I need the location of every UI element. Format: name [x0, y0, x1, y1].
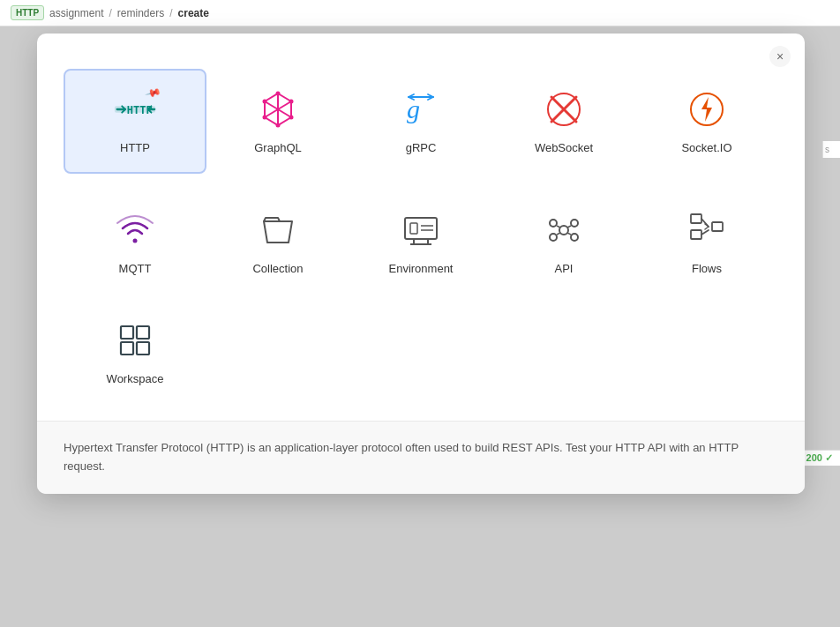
websocket-icon-wrap — [543, 88, 585, 131]
mqtt-label: MQTT — [119, 262, 152, 275]
flows-label: Flows — [692, 262, 722, 275]
svg-point-9 — [289, 100, 294, 104]
svg-rect-37 — [691, 230, 701, 239]
breadcrumb-sep2: / — [169, 7, 172, 19]
svg-rect-41 — [121, 326, 133, 339]
svg-point-29 — [571, 220, 578, 227]
environment-icon — [401, 211, 440, 250]
svg-point-12 — [263, 116, 267, 120]
svg-point-13 — [263, 100, 267, 104]
breadcrumb-sep1: / — [109, 7, 111, 19]
flows-icon-wrap — [686, 209, 728, 251]
grpc-icon: g — [401, 90, 440, 129]
option-flows[interactable]: Flows — [635, 191, 778, 293]
websocket-label: WebSocket — [535, 141, 593, 154]
svg-point-19 — [133, 239, 138, 243]
modal-close-button[interactable]: × — [769, 46, 791, 67]
collection-label: Collection — [252, 262, 303, 275]
create-modal: × 📌 HTTP HTTP — [37, 34, 805, 494]
top-bar: HTTP assignment / reminders / create — [0, 0, 840, 26]
breadcrumb-path2: reminders — [117, 7, 164, 19]
workspace-label: Workspace — [107, 372, 164, 385]
options-row3: Workspace — [37, 302, 805, 421]
api-icon-wrap — [543, 209, 585, 251]
graphql-icon-wrap — [257, 88, 299, 131]
svg-line-33 — [567, 226, 571, 228]
graphql-icon — [259, 90, 297, 129]
svg-point-8 — [276, 92, 281, 96]
svg-rect-36 — [691, 214, 701, 223]
websocket-icon — [544, 90, 583, 129]
collection-icon — [259, 211, 297, 250]
environment-label: Environment — [389, 262, 454, 275]
svg-rect-42 — [137, 326, 149, 339]
svg-point-30 — [550, 234, 557, 241]
option-environment[interactable]: Environment — [349, 191, 492, 293]
mqtt-icon — [116, 211, 154, 250]
socketio-icon-wrap — [686, 88, 728, 131]
option-socketio[interactable]: Socket.IO — [635, 69, 778, 174]
svg-rect-43 — [121, 342, 133, 355]
api-icon — [544, 211, 583, 250]
socketio-label: Socket.IO — [681, 141, 731, 154]
flows-icon — [687, 211, 726, 250]
svg-point-10 — [289, 116, 294, 120]
option-grpc[interactable]: g gRPC — [349, 69, 492, 174]
http-badge: HTTP — [11, 5, 44, 20]
option-collection[interactable]: Collection — [206, 191, 349, 293]
breadcrumb-current: create — [178, 7, 209, 19]
option-websocket[interactable]: WebSocket — [492, 69, 635, 174]
breadcrumb-path1: assignment — [49, 7, 103, 19]
collection-icon-wrap — [257, 209, 299, 251]
environment-icon-wrap — [400, 209, 442, 251]
workspace-icon — [116, 321, 154, 360]
option-graphql[interactable]: GraphQL — [206, 69, 349, 174]
svg-rect-38 — [712, 222, 723, 231]
option-workspace[interactable]: Workspace — [64, 302, 206, 403]
grpc-label: gRPC — [406, 141, 437, 154]
svg-point-11 — [276, 123, 281, 128]
svg-line-32 — [557, 226, 560, 228]
grpc-icon-wrap: g — [400, 88, 442, 131]
http-label: HTTP — [120, 141, 150, 154]
svg-rect-44 — [137, 342, 149, 355]
api-label: API — [555, 262, 574, 275]
svg-rect-24 — [410, 223, 417, 234]
option-mqtt[interactable]: MQTT — [64, 191, 206, 293]
svg-point-27 — [559, 226, 568, 235]
svg-point-28 — [550, 220, 557, 227]
http-icon-wrap: 📌 HTTP — [114, 88, 156, 131]
options-row2: MQTT Collection — [37, 191, 805, 302]
footer-description: Hypertext Transfer Protocol (HTTP) is an… — [64, 441, 739, 473]
socketio-icon — [687, 90, 726, 129]
graphql-label: GraphQL — [254, 141, 301, 154]
modal-footer: Hypertext Transfer Protocol (HTTP) is an… — [37, 421, 805, 494]
workspace-icon-wrap — [114, 319, 156, 362]
mqtt-icon-wrap — [114, 209, 156, 251]
svg-line-34 — [557, 233, 560, 235]
option-http[interactable]: 📌 HTTP HTTP — [64, 69, 206, 174]
svg-point-31 — [571, 234, 578, 241]
options-row1: 📌 HTTP HTTP — [37, 34, 805, 191]
option-api[interactable]: API — [492, 191, 635, 293]
svg-line-35 — [567, 233, 571, 235]
svg-line-40 — [701, 230, 709, 235]
right-panel-hint: s — [822, 141, 840, 158]
